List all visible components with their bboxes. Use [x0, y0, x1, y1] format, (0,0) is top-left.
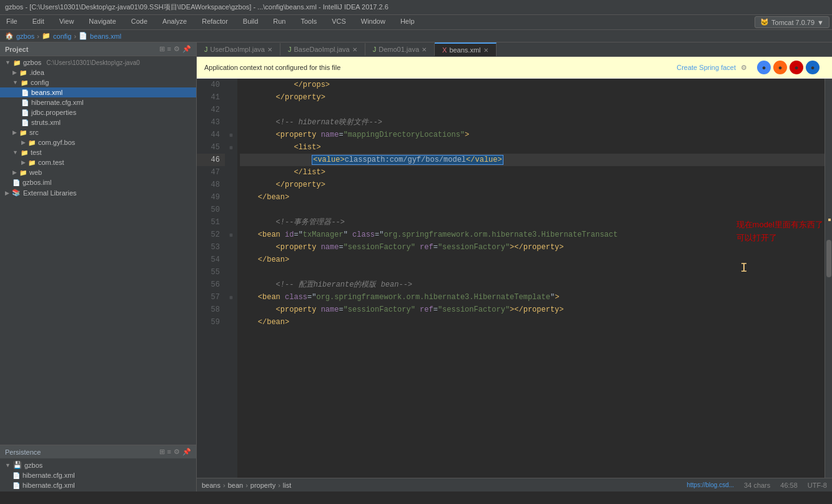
persistence-icon-pin[interactable]: 📌 [182, 448, 191, 456]
tomcat-badge[interactable]: 🐱 Tomcat 7.0.79 ▼ [755, 16, 830, 28]
tab-beans-xml[interactable]: X beans.xml ✕ [435, 42, 496, 56]
tree-item-config[interactable]: ▼ 📁 config [0, 77, 196, 87]
menu-tools[interactable]: Tools [297, 16, 320, 28]
file-icon-hibernate-cfg: 📄 [21, 99, 29, 106]
menu-navigate[interactable]: Navigate [85, 16, 119, 28]
gutter-48 [225, 179, 237, 191]
tree-item-beans-xml[interactable]: 📄 beans.xml [0, 87, 196, 97]
tree-label-idea: .idea [29, 69, 44, 76]
breadcrumb-beansxml[interactable]: beans.xml [90, 32, 121, 40]
persistence-item-gzbos[interactable]: ▼ 💾 gzbos [0, 460, 196, 470]
line-numbers: 40 41 42 43 44 45 46 47 48 49 50 51 52 5… [197, 79, 225, 478]
menu-run[interactable]: Run [269, 16, 289, 28]
status-right: https://blog.csd... 34 chars 46:58 UTF-8 [686, 482, 827, 489]
tab-close-basedaoimpl[interactable]: ✕ [352, 46, 357, 53]
code-line-47: </list> [240, 166, 830, 179]
vertical-scrollbar[interactable] [825, 79, 832, 478]
menu-vcs[interactable]: VCS [328, 16, 350, 28]
tree-item-gzbos-iml[interactable]: 📄 gzbos.iml [0, 177, 196, 187]
tree-item-gzbos[interactable]: ▼ 📁 gzbos C:\Users\10301\Desktop\gz-java… [0, 57, 196, 67]
persistence-tree: ▼ 💾 gzbos 📄 hibernate.cfg.xml 📄 hibernat… [0, 458, 196, 492]
persist-label-gzbos: gzbos [24, 462, 42, 469]
chrome-icon[interactable]: ● [757, 61, 771, 74]
menu-refactor[interactable]: Refactor [198, 16, 232, 28]
sidebar-icon-2[interactable]: ≡ [167, 45, 171, 53]
create-spring-facet-link[interactable]: Create Spring facet [676, 64, 736, 71]
gutter-57: ⊞ [225, 291, 237, 304]
scroll-marker [828, 219, 831, 221]
notification-gear-icon[interactable]: ⚙ [741, 64, 747, 72]
linenum-47: 47 [197, 166, 225, 179]
persistence-icon-1[interactable]: ⊞ [159, 448, 165, 456]
tree-item-jdbc-props[interactable]: 📄 jdbc.properties [0, 107, 196, 117]
tab-close-demo01[interactable]: ✕ [422, 46, 427, 53]
menu-analyze[interactable]: Analyze [159, 16, 191, 28]
menu-code[interactable]: Code [127, 16, 151, 28]
editor[interactable]: 40 41 42 43 44 45 46 47 48 49 50 51 52 5… [197, 79, 832, 478]
code-line-58: <property name="sessionFactory" ref="ses… [240, 304, 830, 316]
menu-window[interactable]: Window [357, 16, 389, 28]
tree-label-web: web [29, 169, 42, 176]
tab-userdaoimpl[interactable]: J UserDaoImpl.java ✕ [197, 43, 280, 56]
sidebar-icon-1[interactable]: ⊞ [159, 45, 165, 53]
persistence-item-hibernate2[interactable]: 📄 hibernate.cfg.xml [0, 480, 196, 490]
tree-item-test[interactable]: ▼ 📁 test [0, 147, 196, 157]
tree-item-src[interactable]: ▶ 📁 src [0, 127, 196, 137]
annotation-line1: 现在model里面有东西了 [736, 219, 823, 232]
file-icon-jdbc: 📄 [21, 109, 29, 116]
persist-label-hibernate2: hibernate.cfg.xml [22, 482, 75, 489]
menu-bar: File Edit View Navigate Code Analyze Ref… [0, 15, 832, 30]
gutter-55 [225, 266, 237, 279]
safari-icon[interactable]: ● [806, 61, 820, 74]
status-breadcrumb: beans › bean › property › list [202, 482, 291, 489]
gutter-53 [225, 241, 237, 254]
tab-basedaoimpl[interactable]: J BaseDaoImpl.java ✕ [280, 43, 365, 56]
sidebar-icon-pin[interactable]: 📌 [182, 45, 191, 53]
gutter-58 [225, 304, 237, 316]
gutter-43 [225, 116, 237, 129]
tree-item-com-gyf-bos[interactable]: ▶ 📁 com.gyf.bos [0, 137, 196, 147]
menu-build[interactable]: Build [239, 16, 262, 28]
persistence-panel: Persistence ⊞ ≡ ⚙ 📌 ▼ 💾 gzbos 📄 hibernat… [0, 445, 196, 492]
breadcrumb-sep1: › [37, 32, 39, 40]
persistence-item-hibernate1[interactable]: 📄 hibernate.cfg.xml [0, 470, 196, 480]
tree-item-struts[interactable]: 📄 struts.xml [0, 117, 196, 127]
tree-item-ext-libs[interactable]: ▶ 📚 External Libraries [0, 187, 196, 198]
editor-wrapper: 40 41 42 43 44 45 46 47 48 49 50 51 52 5… [197, 79, 832, 492]
breadcrumb-config[interactable]: config [53, 32, 71, 40]
linenum-43: 43 [197, 116, 225, 129]
tree-item-idea[interactable]: ▶ 📁 .idea [0, 67, 196, 77]
sidebar-icon-gear[interactable]: ⚙ [174, 45, 180, 53]
firefox-icon[interactable]: ● [773, 61, 787, 74]
persistence-icon-gear[interactable]: ⚙ [174, 448, 180, 456]
menu-edit[interactable]: Edit [29, 16, 48, 28]
tree-label-jdbc: jdbc.properties [31, 109, 76, 116]
tab-demo01[interactable]: J Demo01.java ✕ [365, 43, 435, 56]
tree-item-com-test[interactable]: ▶ 📁 com.test [0, 157, 196, 167]
status-position: 46:58 [780, 482, 798, 489]
menu-view[interactable]: View [56, 16, 78, 28]
folder-icon-web: 📁 [19, 169, 27, 176]
arrow-com-test: ▶ [21, 159, 26, 166]
code-line-57: <bean class="org.springframework.orm.hib… [240, 291, 830, 304]
menu-help[interactable]: Help [397, 16, 418, 28]
tab-close-userdaoimpl[interactable]: ✕ [267, 46, 272, 53]
tab-close-beans[interactable]: ✕ [483, 47, 488, 54]
menu-file[interactable]: File [2, 16, 21, 28]
tree-item-web[interactable]: ▶ 📁 web [0, 167, 196, 177]
folder-icon-config: 📁 [21, 79, 28, 86]
breadcrumb-gzbos[interactable]: gzbos [16, 32, 34, 40]
persistence-icon-2[interactable]: ≡ [167, 448, 171, 456]
sidebar-title: Project [5, 46, 28, 53]
scroll-thumb[interactable] [826, 240, 831, 277]
linenum-45: 45 [197, 141, 225, 154]
text-cursor: 𝙸 [740, 260, 748, 275]
content-area: J UserDaoImpl.java ✕ J BaseDaoImpl.java … [197, 42, 832, 492]
tree-item-hibernate-cfg[interactable]: 📄 hibernate.cfg.xml [0, 97, 196, 107]
persistence-header: Persistence ⊞ ≡ ⚙ 📌 [0, 445, 196, 458]
code-area[interactable]: </props> </property> <!-- hibernate映射文件-… [237, 79, 832, 478]
opera-icon[interactable]: ● [790, 61, 803, 74]
tab-icon-basedaoimpl: J [288, 46, 292, 53]
tree-label-ext-libs: External Libraries [23, 189, 77, 197]
linenum-52: 52 [197, 229, 225, 241]
